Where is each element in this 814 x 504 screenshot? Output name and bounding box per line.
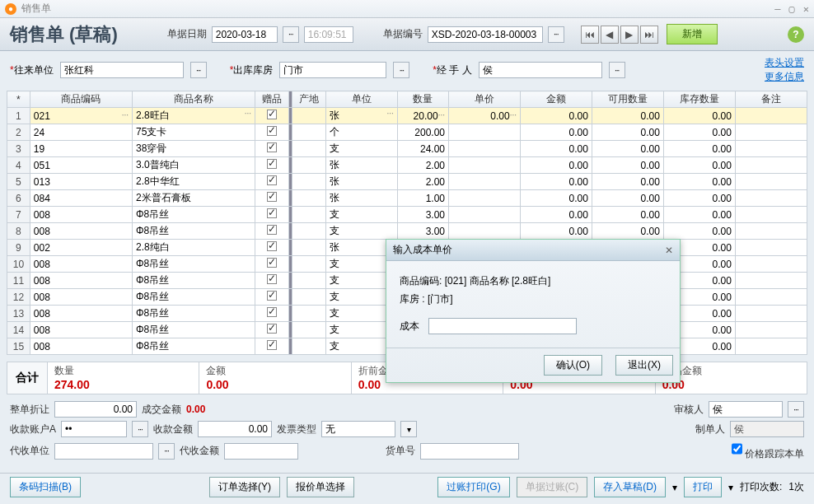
dialog-close-icon[interactable]: ✕ — [665, 245, 673, 256]
print-count-label: 打印次数: — [740, 480, 782, 494]
grid-col-8[interactable]: 金额 — [520, 91, 592, 108]
recv-amt-input[interactable] — [198, 421, 272, 437]
cod-amt-label: 代收金额 — [180, 444, 219, 458]
reviewer-label: 审核人 — [674, 403, 704, 417]
warehouse-label: *出库库房 — [230, 63, 274, 77]
maker-label: 制单人 — [695, 422, 725, 436]
grid-col-9[interactable]: 可用数量 — [592, 91, 663, 108]
table-row[interactable]: 60842米普石膏板张1.000.000.000.00 — [7, 190, 807, 207]
time-input — [304, 26, 353, 43]
dialog-ok-button[interactable]: 确认(O) — [544, 355, 602, 376]
deal-value: 0.00 — [186, 404, 205, 415]
table-row[interactable]: 50132.8中华红张2.000.000.000.00 — [7, 174, 807, 190]
table-row[interactable]: 7008Φ8吊丝支3.000.000.000.00 — [7, 207, 807, 223]
deal-label: 成交金额 — [142, 403, 181, 417]
form-row: *往来单位 ··· *出库库房 ··· *经 手 人 ··· 表头设置 更多信息 — [0, 51, 814, 89]
minimize-icon[interactable]: — — [774, 3, 780, 15]
cod-unit-input[interactable] — [54, 443, 153, 460]
nav-prev-icon[interactable]: ◀ — [601, 26, 619, 44]
print-button[interactable]: 打印 — [684, 477, 722, 497]
party-label: *往来单位 — [10, 63, 54, 77]
post-button: 单据过账(C) — [517, 477, 588, 497]
recv-amt-label: 收款金额 — [153, 422, 193, 436]
grid-col-2[interactable]: 商品名称 — [133, 91, 255, 108]
docno-input[interactable] — [428, 26, 543, 43]
table-row[interactable]: 8008Φ8吊丝支3.000.000.000.00 — [7, 223, 807, 240]
print-count: 1次 — [788, 480, 804, 494]
scan-button[interactable]: 条码扫描(B) — [10, 477, 81, 497]
cod-amt-input[interactable] — [224, 443, 298, 460]
grid-col-0[interactable]: * — [7, 91, 30, 108]
cost-dialog: 输入成本单价 ✕ 商品编码: [021] 商品名称 [2.8旺白] 库房 : [… — [386, 239, 681, 383]
handler-input[interactable] — [479, 62, 602, 78]
recv-acct-input[interactable] — [61, 421, 127, 437]
app-icon: ● — [5, 3, 16, 15]
page-header: 销售单 (草稿) 单据日期 ··· 单据编号 ··· ⏮ ◀ ▶ ⏭ 新增 ? — [0, 18, 814, 51]
track-cost-checkbox[interactable]: 价格跟踪本单 — [732, 441, 804, 461]
nav-first-icon[interactable]: ⏮ — [581, 26, 599, 44]
grid-col-11[interactable]: 备注 — [735, 91, 807, 108]
date-input[interactable] — [212, 26, 278, 43]
footer: 条码扫描(B) 订单选择(Y) 报价单选择 过账打印(G) 单据过账(C) 存入… — [0, 473, 814, 501]
party-picker-icon[interactable]: ··· — [190, 62, 207, 78]
grid-col-10[interactable]: 库存数量 — [663, 91, 735, 108]
window-titlebar: ● 销售单 — ▢ ✕ — [0, 0, 814, 18]
invoice-type-input[interactable] — [321, 421, 395, 437]
bottom-form: 整单折让 成交金额 0.00 审核人 ··· 收款账户A ··· 收款金额 发票… — [0, 401, 814, 461]
maker-input — [730, 421, 804, 437]
dialog-line1: 商品编码: [021] 商品名称 [2.8旺白] — [400, 273, 667, 291]
nav-next-icon[interactable]: ▶ — [620, 26, 639, 44]
reviewer-picker-icon[interactable]: ··· — [788, 401, 804, 418]
invoice-type-label: 发票类型 — [277, 422, 316, 436]
grid-col-3[interactable]: 赠品 — [255, 91, 289, 108]
totals-label: 合计 — [7, 362, 48, 394]
party-input[interactable] — [60, 62, 184, 78]
grid-col-7[interactable]: 单价 — [448, 91, 520, 108]
cost-label: 成本 — [400, 320, 419, 332]
table-row[interactable]: 1021···2.8旺白···张···20.00···0.00···0.000.… — [7, 108, 807, 124]
cost-input[interactable] — [428, 318, 577, 334]
docno-picker-icon[interactable]: ··· — [548, 26, 564, 43]
new-button[interactable]: 新增 — [667, 24, 718, 44]
handler-picker-icon[interactable]: ··· — [609, 62, 625, 78]
window-title: 销售单 — [21, 2, 51, 16]
table-row[interactable]: 22475支卡个200.000.000.000.00 — [7, 124, 807, 141]
quote-select-button[interactable]: 报价单选择 — [287, 477, 354, 497]
nav-last-icon[interactable]: ⏭ — [640, 26, 658, 44]
warehouse-picker-icon[interactable]: ··· — [393, 62, 409, 78]
dialog-title: 输入成本单价 — [393, 243, 452, 257]
cod-unit-label: 代收单位 — [10, 444, 49, 458]
page-title: 销售单 (草稿) — [10, 22, 118, 47]
help-icon[interactable]: ? — [788, 26, 804, 43]
close-icon[interactable]: ✕ — [803, 3, 809, 15]
grid-col-6[interactable]: 数量 — [397, 91, 448, 108]
reviewer-input[interactable] — [709, 401, 783, 418]
cod-unit-picker-icon[interactable]: ··· — [158, 443, 175, 460]
grid-col-1[interactable]: 商品编码 — [30, 91, 132, 108]
dialog-cancel-button[interactable]: 退出(X) — [615, 355, 673, 376]
maximize-icon[interactable]: ▢ — [789, 3, 795, 15]
recv-acct-label: 收款账户A — [10, 422, 56, 436]
dialog-line2: 库房 : [门市] — [400, 291, 667, 309]
handler-label: *经 手 人 — [433, 63, 471, 77]
docno-label: 单据编号 — [383, 27, 423, 41]
discount-input[interactable] — [54, 401, 137, 418]
grid-col-5[interactable]: 单位 — [325, 91, 397, 108]
date-label: 单据日期 — [167, 27, 207, 41]
header-setting-link[interactable]: 表头设置 — [765, 56, 804, 70]
date-picker-icon[interactable]: ··· — [283, 26, 299, 43]
more-info-link[interactable]: 更多信息 — [765, 70, 804, 84]
ship-no-label: 货单号 — [386, 444, 415, 458]
order-select-button[interactable]: 订单选择(Y) — [209, 477, 280, 497]
warehouse-input[interactable] — [279, 62, 386, 78]
post-print-button[interactable]: 过账打印(G) — [437, 477, 509, 497]
grid-col-4[interactable]: 产地 — [292, 91, 325, 108]
discount-label: 整单折让 — [10, 403, 49, 417]
recv-acct-picker-icon[interactable]: ··· — [132, 421, 148, 437]
table-row[interactable]: 31938穿骨支24.000.000.000.00 — [7, 141, 807, 157]
save-draft-button[interactable]: 存入草稿(D) — [594, 477, 666, 497]
invoice-type-picker-icon[interactable]: ▾ — [400, 421, 417, 437]
table-row[interactable]: 40513.0普纯白张2.000.000.000.00 — [7, 157, 807, 174]
ship-no-input[interactable] — [420, 443, 519, 460]
